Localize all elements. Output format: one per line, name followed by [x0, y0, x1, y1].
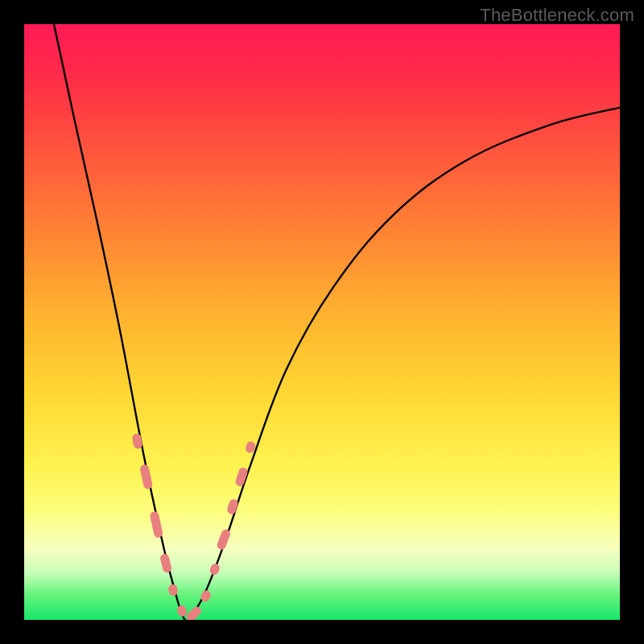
bead-marker: [159, 553, 172, 573]
bead-group: [131, 433, 256, 620]
bead-marker: [226, 498, 239, 515]
bead-marker: [139, 464, 153, 489]
bead-marker: [185, 605, 204, 620]
bead-marker: [176, 604, 188, 617]
bead-marker: [208, 563, 221, 576]
curve-layer: [24, 24, 620, 620]
bead-marker: [149, 510, 163, 539]
chart-frame: TheBottleneck.com: [0, 0, 644, 644]
bead-marker: [167, 584, 179, 597]
plot-area: [24, 24, 620, 620]
v-curve: [54, 24, 620, 620]
attribution-label: TheBottleneck.com: [480, 5, 634, 26]
bead-marker: [131, 433, 142, 450]
bead-marker: [216, 528, 231, 551]
